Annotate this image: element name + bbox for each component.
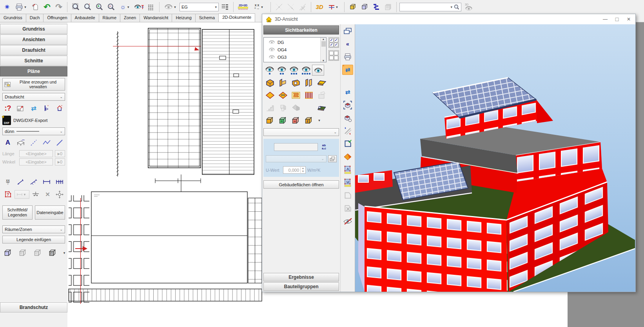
zoom-select-button[interactable]: * — [82, 2, 93, 13]
print-3d-button[interactable] — [342, 52, 353, 62]
show-room-openings-button[interactable] — [289, 77, 302, 88]
render-3d-button[interactable] — [342, 113, 353, 123]
dateneingabe-button[interactable]: Dateneingabe — [35, 205, 65, 220]
ergebnisse-header[interactable]: Ergebnisse — [263, 273, 339, 282]
manage-plans-button[interactable]: Pläne erzeugen und verwalten — [2, 78, 65, 91]
laenge-input[interactable]: <Eingabe> — [19, 150, 53, 157]
texture-cube-button[interactable] — [347, 2, 358, 13]
tab-anbauteile[interactable]: Anbauteile — [71, 14, 99, 22]
visibility-eye-3-button[interactable] — [288, 65, 300, 76]
sidebar-category-schnitte[interactable]: Schnitte — [0, 56, 67, 66]
cube-all-visibility-button[interactable] — [263, 115, 276, 126]
app-star-icon[interactable]: ✷ — [2, 2, 13, 13]
minimize-button[interactable]: — — [599, 15, 611, 24]
show-terrain-button[interactable] — [315, 102, 328, 113]
area-measure-button[interactable]: A — [342, 165, 353, 175]
section-view-button[interactable] — [342, 126, 353, 136]
layer-listbox[interactable]: DG OG4 OG3 ▲ ▼ — [263, 37, 327, 62]
cube-rooms-button[interactable]: R — [276, 115, 289, 126]
show-floors-button[interactable] — [263, 90, 276, 101]
cube-h-button[interactable]: H — [32, 248, 43, 258]
sidebar-category-draufsicht[interactable]: Draufsicht — [0, 45, 67, 55]
layer-eye-button[interactable]: ▾ — [162, 2, 179, 13]
show-walls-button[interactable] — [263, 77, 276, 88]
visibility-settings-button[interactable] — [134, 2, 145, 13]
sidebar-category-ansichten[interactable]: Ansichten — [0, 35, 67, 45]
polyline-tool-button[interactable] — [41, 138, 52, 148]
tab-oeffnungen[interactable]: Öffnungen — [43, 14, 71, 22]
scroll-thumb[interactable] — [321, 41, 326, 47]
level-combobox[interactable]: EG ▾ — [180, 3, 219, 11]
floor-area-button[interactable] — [342, 152, 353, 162]
construction-line-delete-button[interactable] — [297, 2, 308, 13]
undo-button[interactable]: ↶ — [42, 2, 53, 13]
format-text-button[interactable]: ab a.c — [319, 143, 329, 151]
refresh-button[interactable]: ⇄ — [28, 103, 39, 113]
show-supports-button[interactable] — [276, 102, 289, 113]
tab-zonen[interactable]: Zonen — [120, 14, 140, 22]
polygon-edit-button[interactable] — [342, 191, 353, 201]
list-button[interactable] — [145, 2, 156, 13]
polygon-delete-button[interactable] — [342, 203, 353, 214]
cube-z-button[interactable]: Z — [47, 248, 58, 258]
text-tool-button[interactable]: A — [2, 138, 13, 148]
winkel-zero-button[interactable]: ▶0 — [55, 158, 65, 165]
dimension-diagonal-button[interactable] — [15, 177, 26, 187]
component-bars-button[interactable] — [371, 2, 382, 13]
cube-r-button[interactable]: R — [17, 248, 28, 258]
wire-box-button[interactable] — [359, 2, 370, 13]
show-stairs-button[interactable] — [263, 102, 276, 113]
perimeter-measure-button[interactable]: U — [342, 178, 353, 188]
sichtbarkeiten-header[interactable]: Sichtbarkeiten — [263, 25, 339, 35]
visibility-eye-2-button[interactable] — [276, 65, 288, 76]
hide-element-button[interactable] — [342, 216, 353, 227]
close-button[interactable]: ✕ — [623, 15, 635, 24]
visibility-eye-all-button[interactable] — [312, 65, 324, 76]
export-view-button[interactable] — [15, 103, 26, 113]
dimension-offset-button[interactable] — [30, 189, 41, 200]
line-style-select[interactable]: dünn ⌄ — [2, 127, 65, 135]
scroll-up-icon[interactable]: ▲ — [322, 38, 325, 40]
show-ceilings-button[interactable] — [315, 77, 328, 88]
show-roofs-button[interactable] — [289, 102, 302, 113]
layer-item-og4[interactable]: OG4 — [268, 46, 320, 53]
layers-stack-button[interactable] — [383, 2, 394, 13]
move-button[interactable] — [54, 189, 65, 200]
collapse-panel-button[interactable]: « — [342, 39, 353, 49]
dashed-line-tool-button[interactable] — [28, 138, 39, 148]
copy-view-button[interactable] — [30, 2, 41, 13]
maximize-button[interactable]: □ — [611, 15, 623, 24]
scroll-down-icon[interactable]: ▼ — [322, 59, 325, 62]
zoom-window-button[interactable] — [70, 2, 81, 13]
check-all-button[interactable]: ✓✓✓✓ — [328, 37, 339, 48]
bauteilgruppen-header[interactable]: Bauteilgruppen — [263, 282, 339, 291]
redo-button[interactable]: ↷ — [53, 2, 64, 13]
show-stamps-button[interactable] — [315, 90, 328, 101]
apply-material-button[interactable] — [328, 155, 337, 162]
house-new-button[interactable]: * — [54, 103, 65, 113]
3d-eye-button[interactable]: 3D — [462, 2, 475, 13]
show-doors-button[interactable] — [302, 77, 315, 88]
laenge-zero-button[interactable]: ▶0 — [55, 150, 65, 157]
visibility-eye-4-button[interactable] — [300, 65, 312, 76]
winkel-input[interactable]: <Eingabe> — [19, 158, 53, 165]
dimension-horizontal-button[interactable] — [41, 177, 52, 187]
layer-item-og3[interactable]: OG3 — [268, 53, 320, 61]
sidebar-category-grundriss[interactable]: Grundriss — [0, 24, 67, 34]
polygon-confirm-button[interactable] — [342, 139, 353, 149]
dimension-style-combo[interactable]: ▾ — [15, 190, 29, 199]
cube-zones-button[interactable]: Z — [302, 115, 315, 126]
construction-line-button-1[interactable] — [274, 2, 285, 13]
sidebar-category-plaene[interactable]: Pläne — [0, 66, 67, 76]
uncheck-all-button[interactable] — [328, 50, 339, 61]
furniture-tool-button[interactable] — [15, 138, 26, 148]
window-titlebar[interactable]: 3D-Ansicht — □ ✕ — [262, 14, 635, 24]
3d-viewport[interactable] — [355, 24, 635, 292]
show-floor-windows-button[interactable] — [276, 90, 289, 101]
tab-2d-dokumente[interactable]: 2D-Dokumente — [218, 13, 255, 22]
visibility-eye-1-button[interactable] — [263, 65, 276, 76]
view-type-select[interactable]: Draufsicht ⌄ — [2, 93, 65, 101]
component-name-input[interactable] — [274, 143, 318, 151]
brightness-button[interactable]: ☼ ▾ — [117, 2, 133, 13]
measure-2d3d-button[interactable]: 2D+3D — [236, 2, 250, 13]
